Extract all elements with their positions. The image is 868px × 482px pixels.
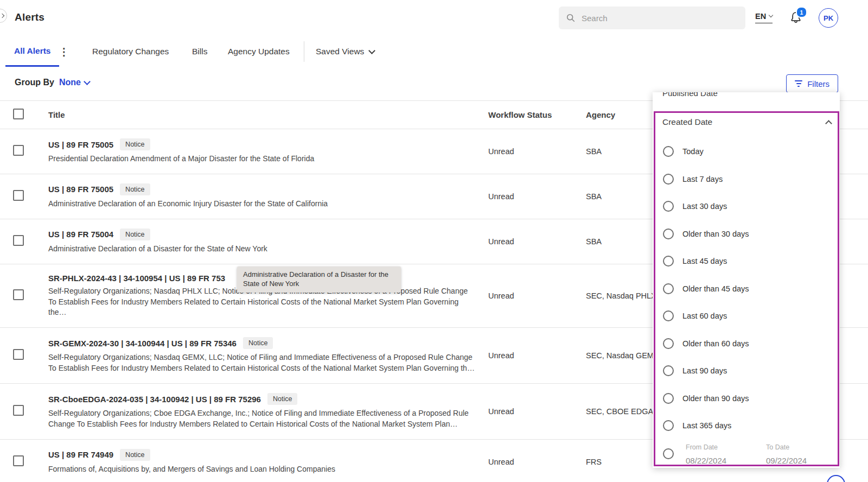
notice-badge: Notice [243, 337, 273, 349]
workflow-status-value: Unread [488, 237, 586, 246]
row-checkbox[interactable] [13, 349, 24, 360]
filter-option[interactable]: Older than 90 days [653, 385, 840, 413]
filter-option-label: Last 45 days [682, 257, 727, 265]
alert-title-line: US | 89 FR 75005 Notice [48, 183, 488, 195]
filter-option-label: Today [682, 147, 704, 156]
row-checkbox[interactable] [13, 190, 24, 201]
search-input[interactable] [580, 13, 738, 23]
filter-option-label: Older than 45 days [682, 284, 749, 293]
radio-icon[interactable] [663, 201, 674, 212]
tab-bills[interactable]: Bills [192, 36, 207, 67]
radio-icon[interactable] [663, 393, 674, 404]
radio-icon[interactable] [663, 174, 674, 185]
to-date-value[interactable]: 09/22/2024 [766, 456, 834, 465]
filter-option[interactable]: Today [653, 138, 840, 166]
filter-option-label: Last 365 days [682, 421, 731, 430]
filter-icon [795, 80, 802, 87]
workflow-status-value: Unread [488, 192, 586, 201]
notice-badge: Notice [267, 393, 297, 405]
filter-option[interactable]: Last 60 days [653, 302, 840, 330]
user-avatar[interactable]: PK [819, 8, 838, 28]
select-all-checkbox[interactable] [13, 109, 24, 119]
filter-option[interactable]: Older than 60 days [653, 330, 840, 358]
group-by-value: None [59, 78, 81, 87]
alert-title-line: US | 89 FR 75004 Notice [48, 229, 488, 240]
published-date-label: Published Date [662, 92, 718, 98]
tab-bar: All Alerts ⋮ Regulatory Changes Bills Ag… [0, 36, 868, 67]
alert-title-line: US | 89 FR 74949 Notice [48, 449, 488, 461]
filter-option-label: Last 90 days [682, 366, 727, 375]
search-icon [566, 13, 576, 23]
to-date-field[interactable]: To Date 09/22/2024 [766, 440, 834, 465]
chevron-up-icon [825, 120, 832, 127]
workflow-status-value: Unread [488, 351, 586, 360]
custom-range-radio[interactable] [663, 448, 674, 459]
from-date-field[interactable]: From Date 08/22/2024 [686, 440, 754, 465]
tab-agency-updates[interactable]: Agency Updates [228, 36, 290, 67]
filter-panel: Published Date Created Date Today Last 7… [653, 92, 840, 468]
radio-icon[interactable] [663, 338, 674, 349]
from-date-value[interactable]: 08/22/2024 [686, 456, 754, 465]
workflow-status-value: Unread [488, 291, 586, 300]
alert-title[interactable]: SR-GEMX-2024-30 | 34-100944 | US | 89 FR… [48, 339, 237, 348]
row-checkbox[interactable] [13, 405, 24, 416]
tab-regulatory-changes[interactable]: Regulatory Changes [92, 36, 169, 67]
page-title: Alerts [15, 11, 44, 23]
filter-option[interactable]: Older than 45 days [653, 275, 840, 303]
alert-title[interactable]: US | 89 FR 75004 [48, 230, 113, 239]
filter-option[interactable]: Last 365 days [653, 412, 840, 440]
app-screen: Alerts EN 1 PK All Alerts ⋮ Regulatory C… [0, 0, 868, 482]
notifications-button[interactable]: 1 [788, 10, 805, 27]
filter-option[interactable]: Last 30 days [653, 193, 840, 220]
top-header: Alerts EN 1 PK [0, 0, 868, 37]
radio-icon[interactable] [663, 365, 674, 376]
language-code: EN [755, 12, 766, 21]
alert-title[interactable]: US | 89 FR 75005 [48, 185, 113, 194]
alert-title[interactable]: SR-CboeEDGA-2024-035 | 34-100942 | US | … [48, 395, 261, 404]
chevron-right-icon [0, 14, 4, 18]
filter-option[interactable]: Last 90 days [653, 357, 840, 385]
radio-icon[interactable] [663, 229, 674, 239]
filter-option-label: Last 30 days [682, 202, 727, 211]
tab-all-alerts[interactable]: All Alerts [5, 36, 59, 67]
workflow-status-value: Unread [488, 407, 586, 416]
alert-description: Presidential Declaration Amendment of a … [48, 154, 477, 164]
alert-description: Administrative Declaration of an Economi… [48, 199, 477, 210]
row-checkbox[interactable] [13, 235, 24, 246]
filter-option-label: Older than 90 days [682, 394, 749, 403]
filter-option-label: Older than 60 days [682, 339, 749, 348]
chevron-down-icon [769, 13, 773, 17]
tabs-divider [304, 41, 304, 62]
alert-title-line: SR-CboeEDGA-2024-035 | 34-100942 | US | … [48, 393, 488, 405]
row-checkbox[interactable] [13, 455, 24, 466]
group-by-label: Group By [15, 78, 54, 87]
workflow-status-value: Unread [488, 147, 586, 156]
radio-icon[interactable] [663, 420, 674, 431]
filters-button[interactable]: Filters [786, 74, 838, 93]
radio-icon[interactable] [663, 283, 674, 294]
filter-option-label: Older than 30 days [682, 230, 749, 238]
from-date-label: From Date [686, 443, 754, 451]
alert-title-line: US | 89 FR 75005 Notice [48, 138, 488, 150]
kebab-menu-icon[interactable]: ⋮ [56, 36, 72, 67]
alert-title[interactable]: US | 89 FR 75005 [48, 140, 113, 149]
group-by-control: Group By None [15, 78, 90, 87]
radio-icon[interactable] [663, 310, 674, 321]
filter-option[interactable]: Last 7 days [653, 166, 840, 193]
language-selector[interactable]: EN [755, 12, 773, 23]
alert-title[interactable]: US | 89 FR 74949 [48, 450, 113, 459]
tab-saved-views[interactable]: Saved Views [316, 36, 374, 67]
alert-title[interactable]: SR-PHLX-2024-43 | 34-100954 | US | 89 FR… [48, 274, 225, 283]
filter-option[interactable]: Older than 30 days [653, 220, 840, 248]
radio-icon[interactable] [663, 256, 674, 267]
filters-label: Filters [807, 79, 829, 88]
created-date-section-header[interactable]: Created Date [662, 117, 831, 127]
to-date-label: To Date [766, 443, 834, 451]
filter-option[interactable]: Last 45 days [653, 248, 840, 275]
group-by-dropdown[interactable]: None [59, 78, 90, 87]
search-box[interactable] [559, 7, 745, 29]
radio-icon[interactable] [663, 146, 674, 157]
row-checkbox[interactable] [13, 145, 24, 156]
published-date-section-clipped: Published Date [662, 92, 718, 99]
row-checkbox[interactable] [13, 289, 24, 300]
